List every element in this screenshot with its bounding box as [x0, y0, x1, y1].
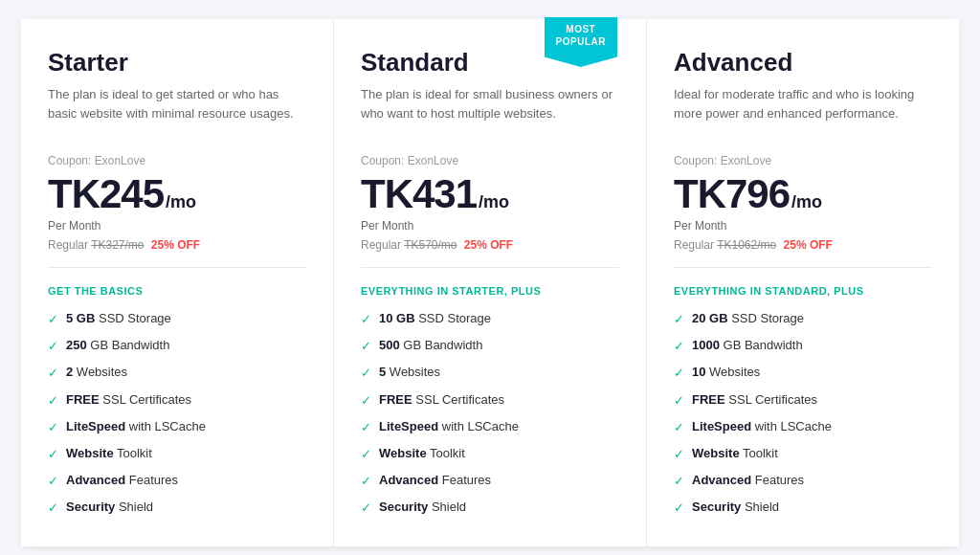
feature-text: LiteSpeed with LSCache — [692, 418, 832, 435]
check-icon: ✓ — [674, 446, 684, 463]
divider — [48, 267, 306, 268]
check-icon: ✓ — [361, 500, 371, 517]
feature-text: 20 GB SSD Storage — [692, 310, 804, 327]
regular-price: Regular TK327/mo 25% OFF — [48, 238, 306, 252]
check-icon: ✓ — [674, 500, 684, 517]
check-icon: ✓ — [361, 311, 371, 328]
feature-item: ✓ Advanced Features — [361, 472, 619, 490]
check-icon: ✓ — [48, 392, 58, 410]
feature-text: LiteSpeed with LSCache — [379, 418, 519, 435]
feature-item: ✓ Advanced Features — [674, 472, 932, 490]
feature-text: 2 Websites — [66, 364, 127, 381]
check-icon: ✓ — [48, 500, 58, 517]
check-icon: ✓ — [674, 419, 684, 436]
feature-item: ✓ 2 Websites — [48, 364, 306, 382]
plan-card-starter: Starter The plan is ideal to get started… — [21, 19, 334, 546]
feature-text: Advanced Features — [692, 472, 804, 489]
feature-item: ✓ Website Toolkit — [361, 445, 619, 463]
coupon-label: Coupon: ExonLove — [48, 154, 306, 167]
feature-text: Website Toolkit — [379, 445, 465, 462]
plan-name: Advanced — [674, 48, 932, 78]
features-heading: EVERYTHING IN STARTER, PLUS — [361, 285, 619, 297]
plan-desc: The plan is ideal for small business own… — [361, 85, 619, 135]
feature-item: ✓ FREE SSL Certificates — [674, 391, 932, 410]
price-main: TK796 /mo — [674, 171, 932, 217]
feature-item: ✓ Security Shield — [48, 499, 306, 517]
coupon-label: Coupon: ExonLove — [361, 154, 619, 167]
feature-item: ✓ Website Toolkit — [48, 445, 306, 463]
divider — [674, 267, 932, 268]
feature-text: Advanced Features — [66, 472, 178, 489]
check-icon: ✓ — [674, 392, 684, 410]
feature-text: Security Shield — [66, 499, 153, 516]
feature-list: ✓ 5 GB SSD Storage ✓ 250 GB Bandwidth ✓ … — [48, 310, 306, 518]
feature-list: ✓ 10 GB SSD Storage ✓ 500 GB Bandwidth ✓… — [361, 310, 619, 518]
check-icon: ✓ — [361, 446, 371, 463]
feature-text: Security Shield — [379, 499, 466, 516]
price-amount: TK245 — [48, 171, 164, 217]
discount-badge: 25% OFF — [151, 238, 200, 252]
feature-item: ✓ 1000 GB Bandwidth — [674, 337, 932, 355]
plan-desc: The plan is ideal to get started or who … — [48, 85, 306, 135]
regular-price: Regular TK570/mo 25% OFF — [361, 238, 619, 252]
feature-item: ✓ FREE SSL Certificates — [361, 391, 619, 410]
feature-text: 250 GB Bandwidth — [66, 337, 169, 354]
per-month-label: Per Month — [361, 219, 619, 233]
plan-card-advanced: Advanced Ideal for moderate traffic and … — [647, 19, 959, 546]
check-icon: ✓ — [361, 419, 371, 436]
price-amount: TK431 — [361, 171, 477, 217]
check-icon: ✓ — [674, 473, 684, 490]
feature-text: LiteSpeed with LSCache — [66, 418, 206, 435]
feature-text: Website Toolkit — [66, 445, 152, 462]
per-month-label: Per Month — [674, 219, 932, 233]
feature-item: ✓ Security Shield — [674, 499, 932, 517]
price-main: TK245 /mo — [48, 171, 306, 217]
check-icon: ✓ — [361, 473, 371, 490]
feature-text: 5 GB SSD Storage — [66, 310, 171, 327]
check-icon: ✓ — [361, 365, 371, 382]
price-suffix: /mo — [166, 192, 196, 212]
feature-list: ✓ 20 GB SSD Storage ✓ 1000 GB Bandwidth … — [674, 310, 932, 518]
feature-text: Website Toolkit — [692, 445, 778, 462]
feature-text: 1000 GB Bandwidth — [692, 337, 803, 354]
feature-item: ✓ 20 GB SSD Storage — [674, 310, 932, 328]
check-icon: ✓ — [674, 365, 684, 382]
feature-text: 10 GB SSD Storage — [379, 310, 491, 327]
feature-text: 10 Websites — [692, 364, 760, 381]
check-icon: ✓ — [361, 392, 371, 410]
check-icon: ✓ — [674, 338, 684, 355]
check-icon: ✓ — [48, 365, 58, 382]
pricing-container: Starter The plan is ideal to get started… — [21, 19, 959, 546]
original-price: TK327/mo — [91, 238, 144, 252]
feature-item: ✓ Security Shield — [361, 499, 619, 517]
plan-card-standard: MOSTPOPULAR Standard The plan is ideal f… — [334, 19, 647, 546]
check-icon: ✓ — [674, 311, 684, 328]
features-heading: GET THE BASICS — [48, 285, 306, 297]
feature-item: ✓ LiteSpeed with LSCache — [48, 418, 306, 436]
feature-item: ✓ 500 GB Bandwidth — [361, 337, 619, 355]
features-heading: EVERYTHING IN STANDARD, PLUS — [674, 285, 932, 297]
feature-text: 500 GB Bandwidth — [379, 337, 482, 354]
divider — [361, 267, 619, 268]
check-icon: ✓ — [48, 419, 58, 436]
feature-text: Advanced Features — [379, 472, 491, 489]
feature-item: ✓ 10 GB SSD Storage — [361, 310, 619, 328]
check-icon: ✓ — [48, 338, 58, 355]
feature-item: ✓ Website Toolkit — [674, 445, 932, 463]
feature-item: ✓ Advanced Features — [48, 472, 306, 490]
feature-text: FREE SSL Certificates — [66, 391, 191, 409]
original-price: TK570/mo — [404, 238, 457, 252]
plan-desc: Ideal for moderate traffic and who is lo… — [674, 85, 932, 135]
check-icon: ✓ — [48, 473, 58, 490]
check-icon: ✓ — [361, 338, 371, 355]
feature-item: ✓ LiteSpeed with LSCache — [674, 418, 932, 436]
per-month-label: Per Month — [48, 219, 306, 233]
check-icon: ✓ — [48, 311, 58, 328]
feature-text: Security Shield — [692, 499, 779, 516]
price-main: TK431 /mo — [361, 171, 619, 217]
original-price: TK1062/mo — [717, 238, 776, 252]
feature-text: 5 Websites — [379, 364, 440, 381]
price-suffix: /mo — [479, 192, 509, 212]
discount-badge: 25% OFF — [464, 238, 513, 252]
discount-badge: 25% OFF — [784, 238, 833, 252]
